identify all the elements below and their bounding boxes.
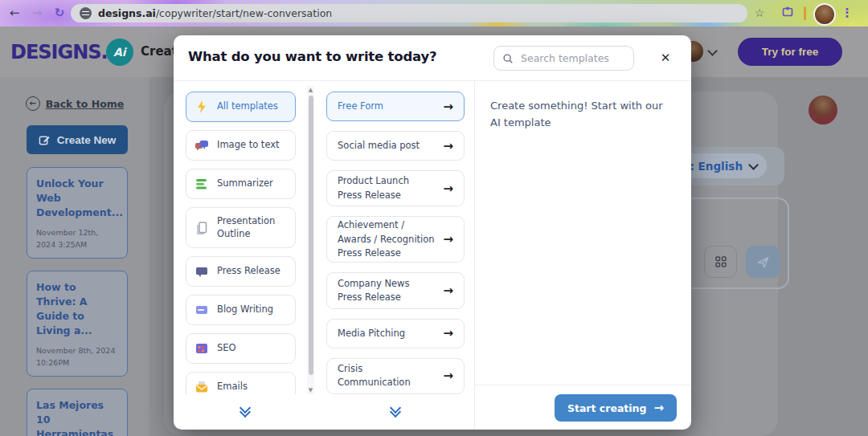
site-info-icon[interactable]	[80, 7, 92, 19]
category-item-blog-writing[interactable]: Blog Writing	[186, 295, 296, 325]
template-item-media-pitching[interactable]: Media Pitching→	[326, 319, 465, 348]
template-item-product-launch-press-release[interactable]: Product Launch Press Release→	[326, 170, 465, 206]
templates-grid-button[interactable]	[704, 246, 737, 278]
logo-ai-badge: Ai	[106, 39, 133, 66]
press-release-icon	[194, 264, 209, 279]
template-search[interactable]	[493, 46, 634, 71]
emails-icon	[194, 380, 209, 394]
category-item-all-templates[interactable]: All templates	[186, 92, 296, 122]
app-screen: ← → ↻ designs.ai/copywriter/start/new-co…	[0, 0, 868, 436]
category-item-presentation-outline[interactable]: Presentation Outline	[186, 207, 296, 248]
search-input[interactable]	[519, 51, 619, 65]
start-creating-button[interactable]: Start creating →	[555, 394, 677, 422]
template-item-social-media-post[interactable]: Social media post→	[326, 131, 465, 161]
template-column: Free Form→Social media post→Product Laun…	[316, 81, 474, 430]
browser-forward-icon[interactable]: →	[27, 3, 47, 22]
empty-state-text: Create something! Start with our AI temp…	[475, 81, 691, 132]
arrow-right-icon: →	[443, 232, 453, 247]
category-item-summarizer[interactable]: Summarizer	[186, 169, 296, 199]
conversation-timestamp: November 12th, 2024 3:25AM	[36, 227, 118, 251]
arrow-right-icon: →	[653, 401, 664, 415]
grid-icon	[714, 255, 727, 268]
template-item-free-form[interactable]: Free Form→	[326, 92, 465, 121]
category-item-press-release[interactable]: Press Release	[186, 256, 296, 287]
template-preview-panel: Create something! Start with our AI temp…	[474, 81, 691, 430]
template-picker-modal: What do you want to write today? ✕ All t…	[174, 35, 691, 430]
template-item-crisis-communication[interactable]: Crisis Communication→	[326, 358, 465, 394]
templates-more-chevrons[interactable]	[387, 407, 404, 417]
category-column: All templatesImage to textSummarizerPres…	[174, 81, 316, 430]
try-for-free-button[interactable]: Try for free	[738, 38, 842, 66]
modal-body: All templatesImage to textSummarizerPres…	[174, 81, 691, 430]
category-list: All templatesImage to textSummarizerPres…	[174, 81, 316, 394]
category-label: Presentation Outline	[217, 215, 287, 240]
browser-back-icon[interactable]: ←	[5, 3, 24, 22]
conversation-title: Unlock Your Web Development...	[36, 177, 118, 220]
search-icon	[502, 53, 514, 64]
edit-icon	[39, 134, 51, 146]
summary-list-icon	[194, 177, 209, 191]
bookmark-star-icon[interactable]: ☆	[750, 3, 769, 22]
conversation-title: How to Thrive: A Guide to Living a...	[36, 280, 118, 339]
conversation-list: Unlock Your Web Development...November 1…	[27, 167, 128, 436]
category-label: Summarizer	[217, 177, 273, 190]
template-label: Free Form	[338, 100, 436, 113]
arrow-right-icon: →	[443, 326, 453, 340]
seo-icon	[194, 341, 209, 356]
back-to-home-link[interactable]: ← Back to Home	[0, 96, 149, 111]
template-label: Achievement / Awards / Recognition Press…	[338, 218, 436, 260]
template-label: Media Pitching	[338, 327, 436, 340]
arrow-right-icon: →	[443, 283, 453, 298]
browser-refresh-icon[interactable]: ↻	[50, 3, 69, 22]
template-item-company-news-press-release[interactable]: Company News Press Release→	[326, 272, 465, 308]
arrow-right-icon: →	[443, 100, 453, 114]
back-arrow-circle-icon: ←	[26, 96, 40, 111]
template-list: Free Form→Social media post→Product Laun…	[316, 81, 474, 394]
url-text: designs.ai/copywriter/start/new-conversa…	[98, 7, 332, 19]
designs-ai-logo[interactable]: DESIGNS. Ai	[10, 39, 133, 66]
language-chevron-down-icon	[748, 160, 759, 170]
conversation-timestamp: November 8th, 2024 10:26PM	[36, 345, 118, 369]
browser-profile-avatar[interactable]	[813, 3, 836, 26]
conversation-card[interactable]: How to Thrive: A Guide to Living a...Nov…	[27, 271, 128, 377]
template-label: Company News Press Release	[338, 277, 436, 305]
arrow-right-icon: →	[443, 369, 453, 383]
scrollbar-thumb[interactable]	[309, 96, 313, 375]
blog-writing-icon	[194, 303, 209, 317]
address-bar[interactable]: designs.ai/copywriter/start/new-conversa…	[71, 4, 747, 22]
browser-menu-icon[interactable]: ⋮	[837, 3, 857, 22]
account-chevron-down-icon[interactable]	[707, 46, 718, 56]
template-label: Crisis Communication	[338, 362, 436, 390]
profile-accent-bar	[804, 6, 806, 20]
template-label: Product Launch Press Release	[338, 174, 436, 202]
conversations-sidebar: ← Back to Home Create New Unlock Your We…	[0, 77, 150, 436]
conversation-title: Las Mejores 10 Herramientas de...	[36, 398, 118, 436]
category-label: Blog Writing	[217, 304, 273, 316]
category-label: All templates	[217, 100, 278, 113]
categories-more-chevrons[interactable]	[236, 407, 254, 417]
user-message-avatar	[809, 96, 837, 124]
template-item-achievement-awards-recognition-press-release[interactable]: Achievement / Awards / Recognition Press…	[326, 216, 465, 263]
paper-plane-icon	[756, 255, 770, 269]
category-item-emails[interactable]: Emails	[186, 372, 296, 394]
send-button[interactable]	[746, 246, 780, 278]
category-item-image-to-text[interactable]: Image to text	[186, 130, 296, 161]
category-scrollbar[interactable]: ▲ ▼	[307, 86, 314, 394]
arrow-right-icon: →	[443, 139, 453, 153]
modal-footer: Start creating →	[475, 385, 691, 430]
category-label: SEO	[217, 342, 236, 355]
browser-toolbar: ← → ↻ designs.ai/copywriter/start/new-co…	[0, 0, 868, 26]
chat-bubbles-icon	[194, 138, 209, 153]
conversation-card[interactable]: Las Mejores 10 Herramientas de...Novembe…	[27, 389, 128, 436]
logo-text: DESIGNS.	[10, 41, 108, 63]
create-new-button[interactable]: Create New	[27, 125, 128, 154]
conversation-card[interactable]: Unlock Your Web Development...November 1…	[27, 167, 128, 259]
close-icon[interactable]: ✕	[654, 47, 677, 69]
category-label: Emails	[217, 381, 248, 393]
category-item-seo[interactable]: SEO	[186, 333, 296, 364]
extensions-puzzle-icon[interactable]	[778, 4, 797, 23]
template-label: Social media post	[338, 139, 436, 153]
arrow-right-icon: →	[443, 181, 453, 196]
category-label: Press Release	[217, 265, 280, 278]
modal-header: What do you want to write today? ✕	[174, 35, 691, 81]
